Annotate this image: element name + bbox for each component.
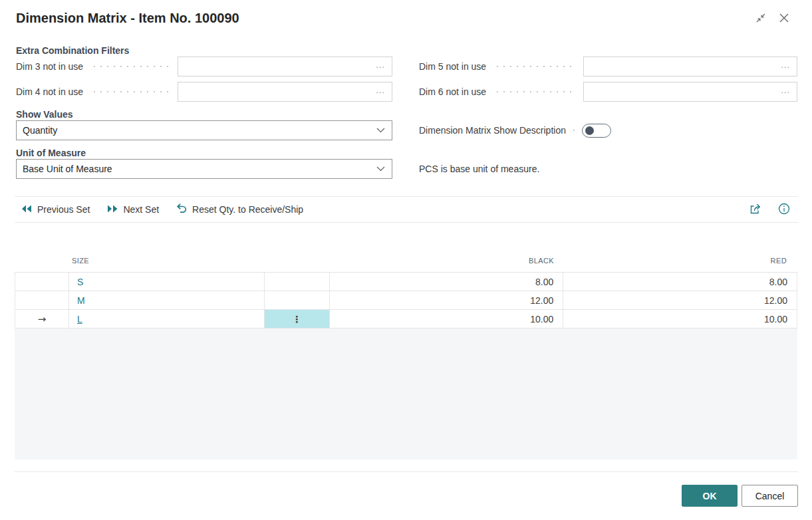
show-description-row: Dimension Matrix Show Description xyxy=(419,121,611,140)
dimension-matrix-table: S 8.00 8.00 M 12.00 12.00 → L ⋮ xyxy=(15,272,797,328)
info-button[interactable] xyxy=(778,203,790,217)
previous-set-label: Previous Set xyxy=(37,204,90,215)
close-icon xyxy=(778,12,790,26)
dotted-leader xyxy=(494,57,577,76)
reset-qty-button[interactable]: Reset Qty. to Receive/Ship xyxy=(176,203,303,215)
next-set-icon xyxy=(107,204,118,215)
black-qty-cell[interactable]: 12.00 xyxy=(330,291,564,309)
cancel-button[interactable]: Cancel xyxy=(742,485,798,507)
size-link[interactable]: S xyxy=(77,277,83,287)
close-button[interactable] xyxy=(777,11,791,26)
column-header-size: SIZE xyxy=(72,257,89,265)
chevron-down-icon xyxy=(370,128,392,133)
unit-of-measure-label: Unit of Measure xyxy=(16,148,86,158)
page-title: Dimension Matrix - Item No. 100090 xyxy=(16,11,239,26)
black-qty-cell[interactable]: 10.00 xyxy=(330,310,564,328)
row-indicator-cell xyxy=(15,273,69,291)
menu-cell[interactable] xyxy=(265,291,330,309)
dim3-field: ... xyxy=(178,57,392,76)
dotted-leader xyxy=(91,57,171,76)
info-icon xyxy=(778,203,790,217)
dim4-input[interactable] xyxy=(178,86,372,97)
dim5-label: Dim 5 not in use xyxy=(419,61,486,72)
table-row: S 8.00 8.00 xyxy=(15,273,797,291)
collapse-icon xyxy=(755,12,767,26)
show-description-label: Dimension Matrix Show Description xyxy=(419,125,566,136)
filters-heading: Extra Combination Filters xyxy=(16,45,129,56)
toggle-knob xyxy=(585,126,594,135)
column-header-black: BLACK xyxy=(329,257,554,265)
dim3-assist-edit-button[interactable]: ... xyxy=(372,61,392,73)
unit-of-measure-select[interactable]: Base Unit of Measure xyxy=(16,159,392,179)
next-set-button[interactable]: Next Set xyxy=(107,204,159,215)
size-link[interactable]: L xyxy=(77,314,82,325)
reset-qty-label: Reset Qty. to Receive/Ship xyxy=(192,204,303,215)
menu-cell-selected[interactable]: ⋮ xyxy=(265,310,330,328)
filter-row-dim4: Dim 4 not in use ... xyxy=(16,82,392,102)
size-link[interactable]: M xyxy=(77,295,85,306)
toolbar-right-icons xyxy=(749,203,790,217)
dotted-leader xyxy=(570,121,578,140)
dotted-leader xyxy=(494,82,577,102)
filter-row-dim3: Dim 3 not in use ... xyxy=(16,57,392,76)
dim4-field: ... xyxy=(178,82,392,102)
dim6-label: Dim 6 not in use xyxy=(419,86,486,97)
dim6-assist-edit-button[interactable]: ... xyxy=(777,86,797,98)
dim4-label: Dim 4 not in use xyxy=(16,86,83,97)
size-cell: M xyxy=(69,291,265,309)
size-cell: L xyxy=(69,310,265,328)
matrix-toolbar: Previous Set Next Set Reset Qty. to Rece… xyxy=(15,196,798,223)
show-values-selected: Quantity xyxy=(17,125,370,136)
dim5-input[interactable] xyxy=(584,61,777,72)
previous-set-icon xyxy=(21,204,32,215)
row-indicator-cell xyxy=(15,291,69,309)
show-values-label: Show Values xyxy=(16,109,73,120)
previous-set-button[interactable]: Previous Set xyxy=(21,204,90,215)
chevron-down-icon xyxy=(370,166,392,172)
dim3-label: Dim 3 not in use xyxy=(16,61,83,72)
vertical-ellipsis-icon: ⋮ xyxy=(292,315,301,324)
row-indicator-cell: → xyxy=(15,310,69,328)
table-row-selected: → L ⋮ 10.00 10.00 xyxy=(15,310,797,328)
footer-divider xyxy=(15,471,798,472)
collapse-window-button[interactable] xyxy=(753,11,768,26)
dimension-matrix-dialog: Dimension Matrix - Item No. 100090 Extra… xyxy=(0,0,812,520)
dim6-input[interactable] xyxy=(584,86,777,97)
dim3-input[interactable] xyxy=(178,61,372,72)
black-qty-cell[interactable]: 8.00 xyxy=(330,273,564,291)
table-empty-area xyxy=(15,328,797,459)
show-values-select[interactable]: Quantity xyxy=(16,120,392,140)
next-set-label: Next Set xyxy=(123,204,159,215)
show-description-toggle[interactable] xyxy=(582,124,611,138)
dim4-assist-edit-button[interactable]: ... xyxy=(372,86,392,98)
size-cell: S xyxy=(69,273,265,291)
red-qty-cell[interactable]: 10.00 xyxy=(563,310,797,328)
selected-row-arrow-icon: → xyxy=(38,313,47,325)
ok-button[interactable]: OK xyxy=(682,485,738,507)
undo-arrow-icon xyxy=(176,203,187,215)
unit-of-measure-selected: Base Unit of Measure xyxy=(17,164,370,174)
dotted-leader xyxy=(91,82,171,102)
base-uom-note: PCS is base unit of measure. xyxy=(419,164,539,174)
dim6-field: ... xyxy=(583,82,797,102)
red-qty-cell[interactable]: 8.00 xyxy=(563,273,797,291)
dim5-assist-edit-button[interactable]: ... xyxy=(777,61,797,73)
red-qty-cell[interactable]: 12.00 xyxy=(563,291,797,309)
filter-row-dim5: Dim 5 not in use ... xyxy=(419,57,797,76)
share-icon xyxy=(749,203,762,217)
dim5-field: ... xyxy=(583,57,797,76)
share-button[interactable] xyxy=(749,203,762,217)
table-row: M 12.00 12.00 xyxy=(15,291,797,310)
filter-row-dim6: Dim 6 not in use ... xyxy=(419,82,797,102)
column-header-red: RED xyxy=(563,257,787,265)
menu-cell[interactable] xyxy=(265,273,330,291)
